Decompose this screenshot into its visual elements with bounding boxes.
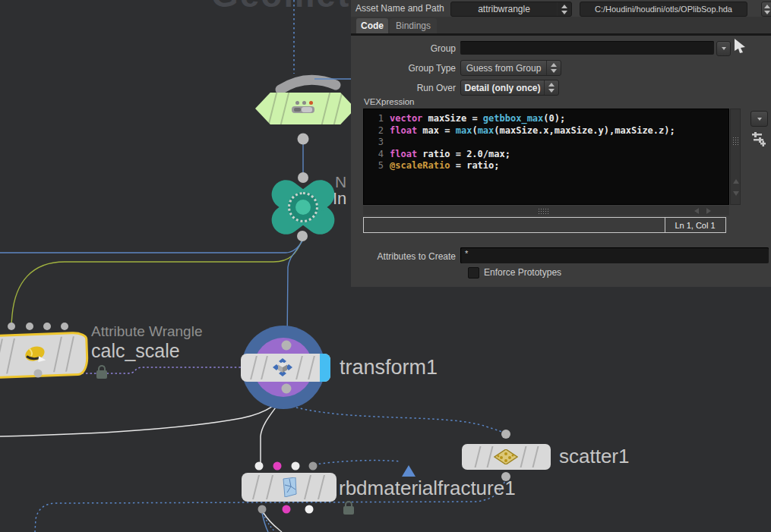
scroll-left-icon[interactable] [694, 208, 699, 214]
group-input[interactable] [460, 41, 714, 55]
attributes-to-create-input[interactable]: * [460, 247, 769, 263]
fracture-name-label: rbdmaterialfracture1 [339, 477, 516, 500]
transform-name-label: transform1 [340, 356, 438, 379]
group-type-dropdown[interactable]: Guess from Group [460, 60, 561, 76]
transform-icon [273, 358, 292, 376]
enforce-prototypes-label: Enforce Prototypes [484, 267, 561, 278]
geometry-file-node[interactable] [255, 90, 355, 127]
attributes-to-create-label: Attributes to Create [351, 251, 456, 262]
scatter-icon [494, 449, 518, 464]
wrangle-lasso-icon [21, 343, 48, 365]
asset-name-path-label: Asset Name and Path [355, 3, 444, 14]
spare-parameters-icon[interactable] [752, 131, 766, 147]
run-over-label: Run Over [351, 83, 456, 93]
spinner-arrows-icon[interactable] [557, 2, 571, 16]
scatter-name-label: scatter1 [559, 445, 630, 468]
group-type-value: Guess from Group [461, 63, 546, 74]
run-over-dropdown[interactable]: Detail (only once) [460, 80, 559, 96]
group-type-label: Group Type [351, 63, 456, 74]
asset-path-dropdown[interactable]: C:/Houdini/houdini/otls/OPlibSop.hda [580, 2, 747, 17]
scroll-right-icon[interactable] [706, 208, 711, 214]
lock-icon [96, 365, 107, 379]
asset-path-value: C:/Houdini/houdini/otls/OPlibSop.hda [580, 5, 747, 14]
parameter-panel: Asset Name and Path attribwrangle C:/Hou… [351, 0, 771, 287]
run-over-value: Detail (only once) [461, 83, 544, 93]
fracture-glass-icon [281, 477, 298, 497]
attribute-wrangle-node[interactable] [0, 332, 89, 379]
rbd-material-fracture-node[interactable] [242, 473, 337, 502]
asset-name-dropdown[interactable]: attribwrangle [450, 2, 572, 17]
editor-status-bar: Ln 1, Col 1 [363, 217, 726, 233]
asset-name-value: attribwrangle [451, 4, 557, 14]
wrangle-type-label: Attribute Wrangle [91, 323, 202, 340]
group-label: Group [351, 43, 456, 54]
tab-divider [351, 33, 771, 36]
spinner-arrows-icon[interactable] [544, 80, 558, 95]
display-flag[interactable] [320, 354, 330, 382]
tab-strip: Code Bindings [351, 17, 771, 33]
vexpression-label: VEXpression [364, 97, 414, 106]
gear-icon [288, 192, 318, 222]
vertical-scrollbar[interactable] [730, 109, 741, 205]
cursor-position: Ln 1, Col 1 [665, 218, 725, 232]
enforce-prototypes-checkbox[interactable] [468, 267, 479, 279]
transform-node[interactable] [241, 354, 330, 382]
select-pointer-icon[interactable] [734, 39, 746, 53]
scrollbar-grip-icon[interactable] [538, 208, 548, 214]
scatter-node[interactable] [462, 444, 551, 470]
spinner-arrows-icon[interactable] [546, 61, 561, 75]
tab-bindings[interactable]: Bindings [390, 18, 437, 33]
asset-path-spinner[interactable] [761, 2, 771, 17]
lock-icon [343, 501, 354, 515]
editor-menu-button[interactable] [750, 111, 768, 127]
wrangle-name-label: calc_scale [91, 340, 180, 362]
wire-direction-arrow [402, 465, 416, 477]
node-status-dot-warning [309, 101, 313, 105]
node-status-dot [295, 101, 299, 105]
merge-x-node[interactable] [267, 182, 339, 232]
scroll-down-icon[interactable] [733, 191, 739, 196]
hidden-node-name-label: In [333, 189, 346, 209]
node-status-dot [302, 101, 306, 105]
vex-code-editor[interactable]: 1vector maxSize = getbbox_max(0);2float … [363, 109, 729, 205]
group-menu-button[interactable] [716, 41, 731, 56]
node-slider-control[interactable] [292, 106, 314, 113]
houdini-window: Geometry [0, 0, 771, 532]
scroll-up-icon[interactable] [733, 179, 739, 184]
horizontal-scrollbar[interactable] [363, 206, 729, 216]
scrollbar-grip-icon[interactable] [732, 137, 739, 146]
tab-code[interactable]: Code [356, 18, 388, 33]
